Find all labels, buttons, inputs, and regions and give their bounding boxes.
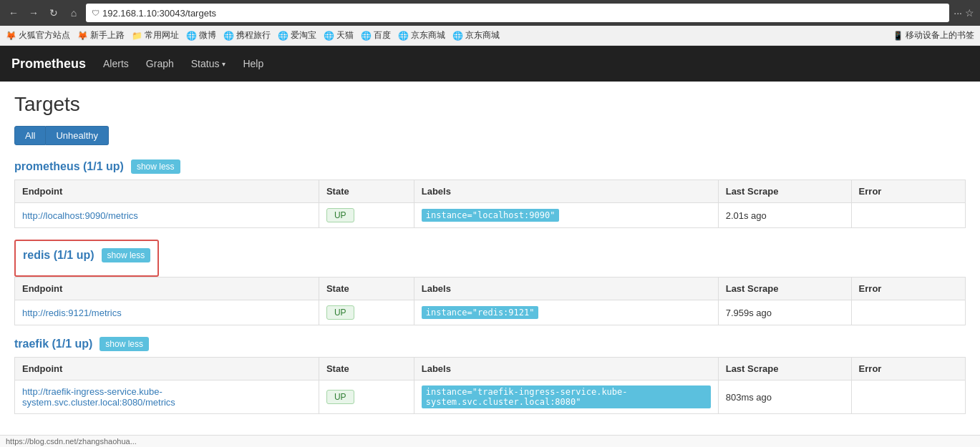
baidu-icon: 🌐 (361, 31, 372, 41)
nav-status-dropdown[interactable]: Status ▾ (191, 58, 226, 69)
bookmarks-bar: 🦊 火狐官方站点 🦊 新手上路 📁 常用网址 🌐 微博 🌐 携程旅行 🌐 爱淘宝… (0, 26, 980, 46)
browser-chrome: ← → ↻ ⌂ 🛡 192.168.1.10:30043/targets ···… (0, 0, 980, 26)
bookmark-jd2[interactable]: 🌐 京东商城 (452, 29, 500, 41)
redis-state-0: UP (319, 300, 414, 325)
filter-all-button[interactable]: All (14, 126, 46, 145)
redis-col-error: Error (851, 277, 965, 300)
redis-endpoint-0: http://redis:9121/metrics (15, 300, 319, 325)
prometheus-lastscrape-0: 2.01s ago (718, 203, 851, 228)
shield-icon: 🛡 (92, 9, 100, 17)
traefik-col-endpoint: Endpoint (15, 358, 319, 380)
page-content: Targets All Unhealthy prometheus (1/1 up… (0, 82, 980, 437)
more-options-icon[interactable]: ··· (954, 7, 962, 19)
redis-group-header: redis (1/1 up) show less (23, 248, 150, 262)
prometheus-label-badge-0: instance="localhost:9090" (422, 209, 560, 222)
prometheus-endpoint-0: http://localhost:9090/metrics (15, 203, 319, 228)
bookmark-mobile[interactable]: 📱 移动设备上的书签 (893, 29, 974, 41)
taobao-icon: 🌐 (278, 31, 288, 41)
reload-button[interactable]: ↻ (46, 5, 62, 21)
nav-status-label: Status (191, 58, 220, 69)
prometheus-col-error: Error (851, 180, 965, 203)
traefik-error-0 (851, 380, 965, 414)
redis-table-header-row: Endpoint State Labels Last Scrape Error (15, 277, 966, 300)
redis-error-0 (851, 300, 965, 325)
target-group-traefik: traefik (1/1 up) show less Endpoint Stat… (14, 337, 966, 414)
bookmark-common[interactable]: 📁 常用网址 (132, 29, 179, 41)
traefik-endpoint-link-0[interactable]: http://traefik-ingress-service.kube-syst… (22, 386, 175, 408)
traefik-show-less-button[interactable]: show less (100, 337, 149, 351)
browser-action-buttons: ··· ☆ (954, 7, 974, 19)
nav-graph[interactable]: Graph (146, 55, 174, 72)
redis-group-title[interactable]: redis (1/1 up) (23, 249, 94, 262)
navbar: Prometheus Alerts Graph Status ▾ Help (0, 46, 980, 82)
firefox-icon: 🦊 (6, 31, 16, 41)
traefik-col-error: Error (851, 358, 965, 380)
redis-label-badge-0: instance="redis:9121" (422, 306, 539, 319)
bookmark-tmall[interactable]: 🌐 天猫 (324, 29, 354, 41)
traefik-labels-0: instance="traefik-ingress-service.kube-s… (414, 380, 718, 414)
nav-alerts[interactable]: Alerts (103, 55, 129, 72)
bookmark-newuser[interactable]: 🦊 新手上路 (77, 29, 125, 41)
url-text: 192.168.1.10:30043/targets (102, 8, 216, 19)
traefik-col-labels: Labels (414, 358, 718, 380)
bookmark-weibo[interactable]: 🌐 微博 (186, 29, 216, 41)
redis-col-lastscrape: Last Scrape (718, 277, 851, 300)
jd1-icon: 🌐 (398, 31, 409, 41)
bookmark-baidu[interactable]: 🌐 百度 (361, 29, 391, 41)
folder-icon: 📁 (132, 31, 142, 41)
back-button[interactable]: ← (6, 5, 21, 21)
traefik-col-state: State (319, 358, 414, 380)
weibo-icon: 🌐 (186, 31, 197, 41)
prometheus-state-0: UP (319, 203, 414, 228)
status-caret-icon: ▾ (222, 60, 225, 68)
bookmark-jd1[interactable]: 🌐 京东商城 (398, 29, 445, 41)
traefik-table: Endpoint State Labels Last Scrape Error … (14, 357, 966, 414)
home-button[interactable]: ⌂ (66, 5, 82, 21)
navbar-brand[interactable]: Prometheus (11, 57, 86, 72)
prometheus-col-labels: Labels (414, 180, 718, 203)
redis-state-badge-0: UP (326, 305, 354, 320)
forward-button[interactable]: → (26, 5, 42, 21)
traefik-state-badge-0: UP (326, 390, 354, 404)
prometheus-group-title[interactable]: prometheus (1/1 up) (14, 160, 124, 173)
redis-col-endpoint: Endpoint (15, 277, 319, 300)
prometheus-table-header-row: Endpoint State Labels Last Scrape Error (15, 180, 966, 203)
prometheus-col-lastscrape: Last Scrape (718, 180, 851, 203)
page-title: Targets (14, 93, 966, 116)
tmall-icon: 🌐 (324, 31, 334, 41)
traefik-label-badge-0: instance="traefik-ingress-service.kube-s… (422, 385, 711, 408)
jd2-icon: 🌐 (452, 31, 463, 41)
redis-show-less-button[interactable]: show less (102, 248, 151, 262)
redis-labels-0: instance="redis:9121" (414, 300, 718, 325)
bookmark-ctrip[interactable]: 🌐 携程旅行 (223, 29, 271, 41)
redis-col-labels: Labels (414, 277, 718, 300)
url-bar[interactable]: 🛡 192.168.1.10:30043/targets (86, 4, 949, 22)
prometheus-labels-0: instance="localhost:9090" (414, 203, 718, 228)
redis-lastscrape-0: 7.959s ago (718, 300, 851, 325)
target-group-prometheus: prometheus (1/1 up) show less Endpoint S… (14, 159, 966, 228)
status-bar: https://blog.csdn.net/zhangshaohua... (0, 435, 980, 437)
redis-endpoint-link-0[interactable]: http://redis:9121/metrics (22, 308, 122, 318)
bookmark-firefox[interactable]: 🦊 火狐官方站点 (6, 29, 70, 41)
traefik-group-title[interactable]: traefik (1/1 up) (14, 338, 92, 350)
prometheus-state-badge-0: UP (326, 208, 354, 222)
prometheus-error-0 (851, 203, 965, 228)
target-group-redis: redis (1/1 up) show less Endpoint State … (14, 240, 966, 325)
traefik-col-lastscrape: Last Scrape (718, 358, 851, 380)
bookmark-icon[interactable]: ☆ (965, 7, 974, 19)
traefik-endpoint-0: http://traefik-ingress-service.kube-syst… (15, 380, 319, 414)
nav-help[interactable]: Help (243, 55, 263, 72)
redis-col-state: State (319, 277, 414, 300)
prometheus-show-less-button[interactable]: show less (131, 159, 180, 174)
traefik-state-0: UP (319, 380, 414, 414)
bookmark-taobao[interactable]: 🌐 爱淘宝 (278, 29, 316, 41)
prometheus-row-0: http://localhost:9090/metrics UP instanc… (15, 203, 966, 228)
redis-group-box: redis (1/1 up) show less (14, 240, 159, 277)
traefik-table-header-row: Endpoint State Labels Last Scrape Error (15, 358, 966, 380)
traefik-group-header: traefik (1/1 up) show less (14, 337, 966, 351)
redis-row-0: http://redis:9121/metrics UP instance="r… (15, 300, 966, 325)
filter-unhealthy-button[interactable]: Unhealthy (46, 126, 109, 145)
prometheus-group-header: prometheus (1/1 up) show less (14, 159, 966, 174)
prometheus-col-state: State (319, 180, 414, 203)
prometheus-endpoint-link-0[interactable]: http://localhost:9090/metrics (22, 210, 138, 221)
